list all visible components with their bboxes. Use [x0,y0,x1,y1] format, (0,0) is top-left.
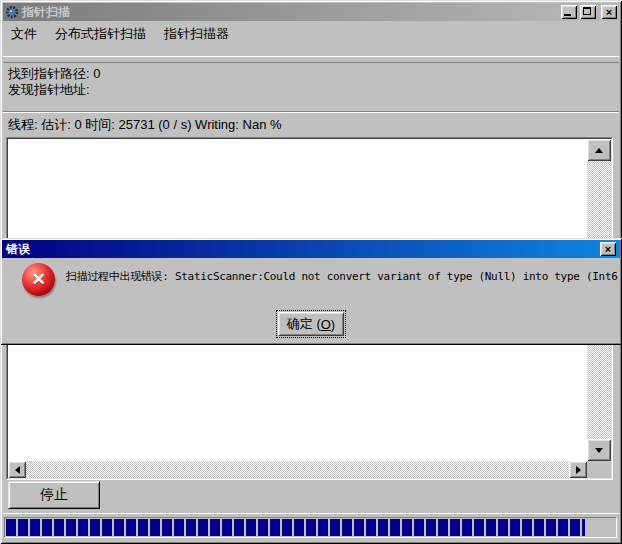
scroll-right-button[interactable] [569,461,587,478]
error-dialog-titlebar[interactable]: 错误 × [2,240,620,258]
cheat-engine-icon [5,5,19,19]
close-icon: × [605,243,611,254]
scrollbar-corner [587,461,611,478]
horizontal-scrollbar[interactable] [8,461,587,478]
error-dialog-close-button[interactable]: × [600,242,616,256]
stop-button-label: 停止 [40,486,68,504]
scroll-up-icon [595,144,603,153]
stop-button[interactable]: 停止 [8,481,100,509]
menu-pointer-scanner[interactable]: 指针扫描器 [158,23,235,45]
menu-bar: 文件 分布式指针扫描 指针扫描器 [5,23,617,44]
separator [3,56,619,57]
separator [3,62,619,63]
scroll-left-icon [11,466,20,474]
close-icon: × [606,6,612,17]
menu-distributed-pointer-scan[interactable]: 分布式指针扫描 [49,23,152,45]
separator [3,513,619,514]
error-dialog-title: 错误 [6,241,600,258]
scan-progress-bar [4,517,617,538]
pointer-scan-window: 指针扫描 × 文件 分布式指针扫描 指针扫描器 找到指针路径: 0 发现指针地址… [0,0,622,544]
window-titlebar[interactable]: 指针扫描 × [3,3,619,21]
scroll-down-icon [595,448,603,457]
ok-button-label-post: ) [331,317,335,332]
scroll-up-button[interactable] [587,139,611,161]
error-dialog: 错误 × ✕ 扫描过程中出现错误: StaticScanner:Could no… [0,238,622,345]
ok-button-hotkey: O [321,317,331,332]
minimize-icon [564,14,571,16]
ok-button-label-pre: 确定 ( [287,315,321,333]
status-threads: 线程: 估计: 0 时间: 25731 (0 / s) Writing: Nan… [8,116,282,134]
scroll-right-icon [576,466,585,474]
separator [3,112,619,113]
scroll-left-button[interactable] [8,461,26,478]
window-title: 指针扫描 [22,4,558,21]
close-button[interactable]: × [601,5,617,19]
status-found-addresses: 发现指针地址: [8,81,90,99]
error-icon: ✕ [22,263,55,296]
ok-button[interactable]: 确定 (O) [278,312,344,336]
progress-fill [6,519,585,536]
error-icon-x: ✕ [31,271,45,288]
menu-file[interactable]: 文件 [5,23,43,45]
maximize-button[interactable] [580,5,596,19]
error-message: 扫描过程中出现错误: StaticScanner:Could not conve… [66,269,618,284]
maximize-icon [583,7,591,15]
scroll-down-button[interactable] [587,439,611,461]
minimize-button[interactable] [561,5,577,19]
